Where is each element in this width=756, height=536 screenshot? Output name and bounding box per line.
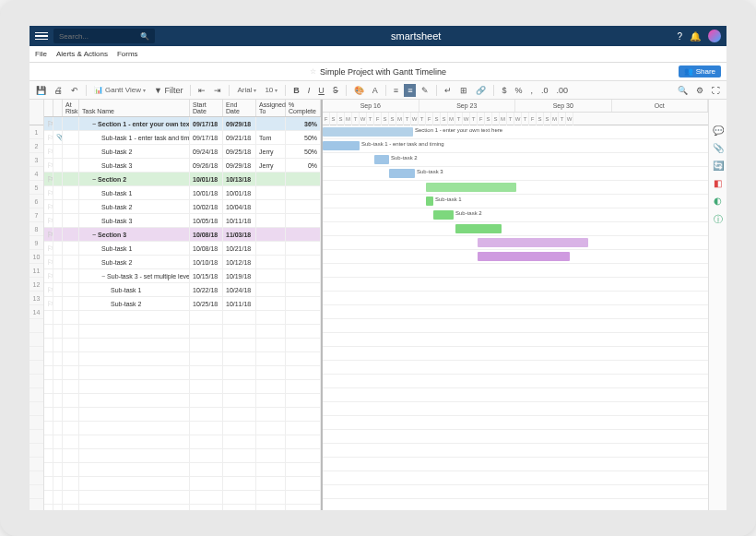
pct-complete[interactable]: 0% [286, 159, 321, 172]
grid-row[interactable]: ⚐Sub-task 210/02/1810/04/18 [44, 200, 321, 214]
pct-complete[interactable]: 50% [286, 131, 321, 144]
align-center-icon[interactable]: ≡ [404, 84, 416, 97]
grid-row[interactable]: ⚐−Section 210/01/1810/13/18 [44, 173, 321, 186]
start-date[interactable]: 10/10/18 [190, 256, 223, 268]
row-number[interactable] [30, 347, 43, 361]
align-left-icon[interactable]: ≡ [391, 84, 401, 97]
summary-icon[interactable]: ◧ [714, 178, 722, 188]
grid-row[interactable] [44, 325, 321, 339]
expand-icon[interactable]: − [92, 232, 96, 238]
grid-row[interactable]: ⚐Sub-task 209/24/1809/25/18Jerry50% [44, 145, 321, 159]
gantt-row[interactable]: Sub-task 2 [323, 208, 708, 222]
flag-icon[interactable]: ⚐ [47, 272, 53, 280]
search-icon[interactable]: 🔍 [140, 32, 149, 41]
grid-row[interactable] [44, 449, 321, 463]
search-input[interactable] [59, 32, 133, 41]
view-dropdown[interactable]: 📊 Gantt View [91, 84, 148, 96]
gantt-bar[interactable] [433, 210, 454, 220]
end-date[interactable]: 09/29/18 [223, 117, 256, 130]
assigned-to[interactable] [256, 283, 286, 296]
gantt-row[interactable] [323, 416, 708, 430]
start-date[interactable]: 10/08/18 [190, 228, 223, 241]
flag-icon[interactable]: ⚐ [47, 244, 53, 253]
pct-complete[interactable] [286, 256, 321, 268]
grid-row[interactable]: ⚐−Section 310/08/1811/03/18 [44, 228, 321, 242]
assigned-to[interactable] [256, 228, 286, 241]
fill-icon[interactable]: 🎨 [351, 84, 367, 97]
sheet-title[interactable]: Simple Project with Gantt Timeline [320, 67, 446, 77]
gantt-row[interactable] [323, 375, 708, 388]
row-number[interactable]: 12 [30, 278, 43, 292]
row-number[interactable]: 8 [30, 222, 43, 236]
search-box[interactable]: 🔍 [53, 29, 155, 43]
grid-row[interactable] [44, 505, 321, 510]
col-atrisk[interactable]: At Risk [63, 100, 79, 116]
pct-complete[interactable] [286, 214, 321, 227]
gear-icon[interactable]: ⚙ [693, 84, 706, 97]
assigned-to[interactable]: Tom [256, 131, 286, 144]
menu-forms[interactable]: Forms [117, 50, 138, 58]
gantt-row[interactable] [323, 333, 708, 347]
print-icon[interactable]: 🖨 [52, 84, 65, 97]
menu-file[interactable]: File [35, 50, 47, 58]
col-end[interactable]: End Date [223, 100, 256, 116]
row-number[interactable]: 7 [30, 208, 43, 222]
gantt-row[interactable] [323, 305, 708, 319]
gantt-bar[interactable] [478, 252, 570, 261]
strike-icon[interactable]: S̶ [330, 84, 341, 97]
grid-row[interactable] [44, 491, 321, 505]
flag-icon[interactable]: ⚐ [47, 300, 53, 308]
gantt-row[interactable]: Sub-task 1 - enter task and timing [323, 139, 708, 153]
zoom-icon[interactable]: 🔍 [675, 84, 691, 97]
assigned-to[interactable]: Jerry [256, 159, 286, 172]
assigned-to[interactable] [256, 297, 286, 310]
undo-icon[interactable]: ↶ [68, 84, 81, 97]
flag-icon[interactable]: ⚐ [47, 161, 53, 170]
percent-icon[interactable]: % [512, 84, 525, 97]
start-date[interactable]: 10/02/18 [190, 200, 223, 213]
format-icon[interactable]: ⊞ [457, 84, 470, 97]
row-number[interactable] [30, 458, 43, 471]
assigned-to[interactable]: Jerry [256, 145, 286, 158]
gantt-bar[interactable] [323, 141, 360, 150]
help-icon[interactable]: ? [677, 31, 682, 42]
grid-row[interactable] [44, 477, 321, 491]
gantt-row[interactable]: Sub-task 3 [323, 167, 708, 181]
row-number[interactable] [30, 430, 43, 444]
grid-row[interactable] [44, 435, 321, 449]
end-date[interactable]: 11/03/18 [223, 228, 256, 241]
flag-icon[interactable]: ⚐ [47, 134, 53, 142]
end-date[interactable]: 09/29/18 [223, 159, 256, 172]
start-date[interactable]: 09/17/18 [190, 117, 223, 130]
decimal-inc-icon[interactable]: .0 [538, 84, 551, 97]
fontsize-dropdown[interactable]: 10 [262, 84, 280, 96]
gantt-row[interactable] [323, 430, 708, 444]
row-number[interactable]: 2 [30, 139, 43, 153]
grid-row[interactable]: ⚐Sub-task 210/25/1810/11/18 [44, 297, 321, 311]
indent-icon[interactable]: ⇥ [211, 84, 224, 97]
gantt-bar[interactable] [478, 238, 588, 247]
row-number[interactable] [30, 333, 43, 347]
gantt-row[interactable] [323, 236, 708, 250]
gantt-row[interactable] [323, 278, 708, 292]
gantt-row[interactable] [323, 222, 708, 236]
assigned-to[interactable] [256, 173, 286, 185]
font-dropdown[interactable]: Arial [234, 84, 259, 96]
grid-row[interactable] [44, 422, 321, 435]
star-icon[interactable]: ☆ [310, 67, 316, 76]
gantt-row[interactable] [323, 444, 708, 458]
gantt-row[interactable]: Section 1 - enter your own text here [323, 125, 708, 139]
filter-button[interactable]: ▼ Filter [151, 84, 185, 97]
col-pct[interactable]: % Complete [286, 100, 321, 116]
row-number[interactable] [30, 375, 43, 388]
row-number[interactable]: 6 [30, 195, 43, 208]
expand-icon[interactable]: − [92, 176, 96, 183]
gantt-bar[interactable] [426, 183, 516, 192]
row-number[interactable] [30, 416, 43, 430]
comments-icon[interactable]: 💬 [713, 125, 724, 136]
save-icon[interactable]: 💾 [33, 84, 49, 97]
gantt-row[interactable] [323, 264, 708, 278]
start-date[interactable]: 10/01/18 [190, 186, 223, 199]
decimal-dec-icon[interactable]: .00 [553, 84, 571, 97]
link-icon[interactable]: 🔗 [473, 84, 489, 97]
